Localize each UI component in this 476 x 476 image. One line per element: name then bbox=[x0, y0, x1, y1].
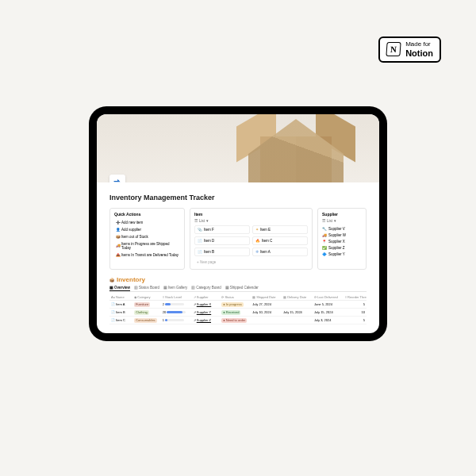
tablet-frame: Inventory Management Tracker Quick Actio… bbox=[89, 106, 387, 341]
item-heading: Item bbox=[194, 212, 308, 217]
screen: Inventory Management Tracker Quick Actio… bbox=[97, 114, 379, 333]
item-card[interactable]: 🔥Item C bbox=[252, 236, 308, 245]
truck-icon: 🚚 bbox=[116, 244, 120, 248]
col-supplier[interactable]: ↗ Supplier bbox=[192, 294, 221, 301]
col-status[interactable]: ⟳ Status bbox=[220, 294, 251, 301]
plus-icon: ➕ bbox=[116, 221, 120, 225]
item-card[interactable]: ❄Item A bbox=[252, 248, 308, 256]
supplier-row[interactable]: 🚚Supplier W bbox=[322, 232, 362, 238]
tab-item-gallery[interactable]: ▦ Item Gallery bbox=[163, 286, 187, 290]
supplier-row[interactable]: 📍Supplier X bbox=[322, 238, 362, 244]
item-panel: Item ☰ List ▾ 📎Item F ✦Item E 📄Item D 🔥I… bbox=[190, 208, 313, 270]
box-icon: 📦 bbox=[116, 235, 120, 239]
supplier-row[interactable]: ✅Supplier Z bbox=[322, 244, 362, 251]
page-icon-transfer[interactable] bbox=[109, 175, 125, 182]
tab-shipped-calendar[interactable]: ▦ Shipped Calendar bbox=[225, 286, 259, 290]
badge-bottom-text: Notion bbox=[405, 48, 433, 58]
supplier-heading: Supplier bbox=[322, 212, 362, 217]
user-icon: 👤 bbox=[116, 228, 120, 232]
qa-shipped-today[interactable]: 🚚Items in Progress are Shipped Today bbox=[114, 240, 180, 251]
qa-add-item[interactable]: ➕Add new item bbox=[114, 219, 180, 225]
made-for-notion-badge: N Made for Notion bbox=[378, 36, 441, 63]
page-title: Inventory Management Tracker bbox=[109, 194, 367, 202]
item-card[interactable]: 📎Item F bbox=[194, 225, 250, 234]
supplier-row[interactable]: 🔷Supplier Y bbox=[322, 251, 362, 257]
qa-out-of-stock[interactable]: 📦Item out of Stock bbox=[114, 233, 180, 240]
supplier-view-selector[interactable]: ☰ List ▾ bbox=[322, 219, 362, 223]
supplier-row[interactable]: 🔧Supplier V bbox=[322, 225, 362, 232]
table-row[interactable]: 📄 Item BClothing20 ↗ Supplier Y● Receive… bbox=[109, 309, 367, 317]
qa-add-supplier[interactable]: 👤Add supplier bbox=[114, 226, 180, 232]
inbox-icon: 📥 bbox=[116, 253, 120, 257]
quick-actions-heading: Quick Actions bbox=[114, 212, 180, 217]
tab-category-board[interactable]: ▥ Category Board bbox=[191, 286, 221, 290]
inventory-icon: 📦 bbox=[109, 278, 114, 282]
supplier-panel: Supplier ☰ List ▾ 🔧Supplier V 🚚Supplier … bbox=[317, 208, 367, 270]
notion-logo-icon: N bbox=[386, 42, 401, 56]
col-last-delivered[interactable]: ⟳ Last Delivered bbox=[313, 294, 344, 301]
tab-overview[interactable]: ▦ Overview bbox=[109, 286, 130, 291]
col-category[interactable]: ◉ Category bbox=[132, 294, 161, 301]
inventory-table: Aa Name ◉ Category # Stock Level ↗ Suppl… bbox=[109, 294, 367, 324]
inventory-heading: Inventory bbox=[117, 276, 145, 283]
col-stock[interactable]: # Stock Level bbox=[161, 294, 192, 301]
item-card[interactable]: 📄Item D bbox=[194, 236, 250, 245]
item-card[interactable]: ✦Item E bbox=[252, 225, 308, 234]
table-row[interactable]: 📄 Item AFurniture2 ↗ Supplier X● In prog… bbox=[109, 301, 367, 309]
badge-top-text: Made for bbox=[405, 41, 433, 48]
col-shipped[interactable]: ▦ Shipped Date bbox=[251, 294, 282, 301]
new-page-button[interactable]: + New page bbox=[194, 259, 308, 266]
quick-actions-panel: Quick Actions ➕Add new item 👤Add supplie… bbox=[109, 208, 185, 270]
col-threshold[interactable]: # Reorder Threshold bbox=[344, 294, 367, 301]
col-delivery[interactable]: ▦ Delivery Date bbox=[282, 294, 313, 301]
item-view-selector[interactable]: ☰ List ▾ bbox=[194, 219, 308, 223]
item-card[interactable]: 📄Item B bbox=[194, 248, 250, 256]
table-row[interactable]: 📄 Item CConsumables1 ↗ Supplier Z● Need … bbox=[109, 317, 367, 324]
cover-image bbox=[97, 114, 379, 182]
col-name[interactable]: Aa Name bbox=[109, 294, 132, 301]
tab-status-board[interactable]: ▥ Status Board bbox=[134, 286, 159, 290]
qa-delivered-today[interactable]: 📥Items In Transit are Delivered Today bbox=[114, 251, 180, 258]
inventory-tabs: ▦ Overview ▥ Status Board ▦ Item Gallery… bbox=[109, 286, 367, 292]
